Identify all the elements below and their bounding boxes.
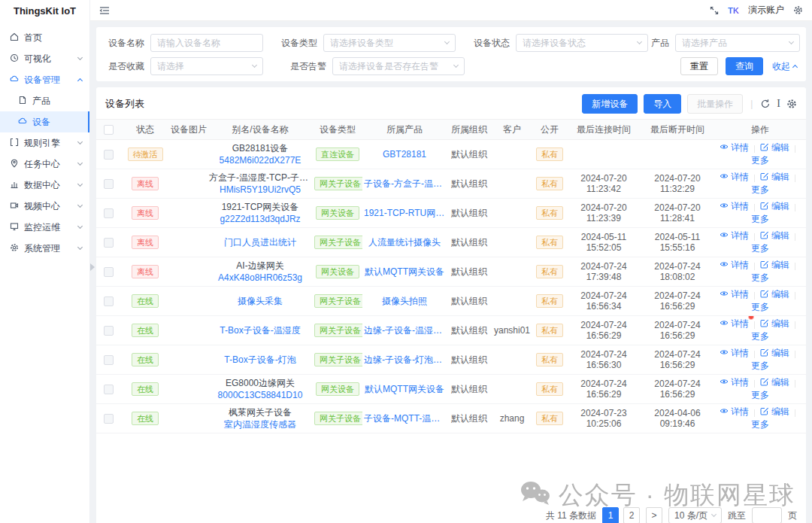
row-height-icon[interactable]: I	[777, 98, 780, 110]
product-link[interactable]: 1921-TCP-RTU网关产品	[364, 207, 445, 220]
product-link[interactable]: 边缘-子设备-灯泡产品	[364, 354, 445, 366]
next-page-button[interactable]: >	[646, 507, 662, 523]
edit-button[interactable]: 编辑	[760, 141, 789, 154]
more-button[interactable]: 更多	[751, 242, 769, 255]
settings-gear-icon[interactable]	[793, 5, 803, 15]
more-button[interactable]: 更多	[751, 301, 769, 314]
refresh-icon[interactable]	[760, 99, 771, 109]
device-name-link[interactable]: HMisR5Y19Ui2rvQ5	[209, 184, 311, 196]
device-state-select[interactable]: 请选择设备状态	[516, 34, 648, 52]
product-link[interactable]: 子设备-MQTT-温湿度	[364, 412, 445, 425]
row-checkbox[interactable]	[104, 179, 114, 189]
edit-button[interactable]: 编辑	[760, 288, 789, 301]
edit-button[interactable]: 编辑	[760, 200, 789, 213]
sidebar-item-task-center[interactable]: 任务中心	[0, 154, 89, 175]
detail-button[interactable]: 详情	[720, 288, 749, 301]
row-checkbox[interactable]	[104, 326, 114, 336]
more-button[interactable]: 更多	[751, 184, 769, 196]
edit-button[interactable]: 编辑	[760, 259, 789, 272]
device-name-link[interactable]: T-Box子设备-温湿度	[209, 324, 311, 336]
sidebar-item-data-center[interactable]: 数据中心	[0, 175, 89, 196]
sidebar-item-product[interactable]: 产品	[0, 90, 89, 111]
product-link[interactable]: 边缘-子设备-温湿度产品	[364, 324, 445, 337]
page-button[interactable]: 2	[623, 507, 640, 523]
row-checkbox[interactable]	[104, 385, 114, 394]
row-checkbox[interactable]	[104, 414, 114, 424]
favorite-select[interactable]: 请选择	[150, 57, 263, 75]
account-name[interactable]: 演示账户	[748, 4, 784, 17]
device-type-select[interactable]: 请选择设备类型	[323, 34, 456, 52]
sidebar-item-home[interactable]: 首页	[0, 27, 89, 48]
select-all-checkbox[interactable]	[104, 125, 114, 135]
row-checkbox[interactable]	[104, 150, 114, 160]
sidebar-item-video-center[interactable]: 视频中心	[0, 196, 89, 217]
add-device-button[interactable]: 新增设备	[582, 94, 638, 114]
product-link[interactable]: 默认MQTT网关设备	[364, 266, 445, 278]
sidebar-item-visualization[interactable]: 可视化	[0, 48, 89, 69]
row-checkbox[interactable]	[104, 355, 114, 365]
reset-button[interactable]: 重置	[680, 57, 718, 75]
product-link[interactable]: 人流量统计摄像头	[364, 236, 445, 249]
app-title: ThingsKit IoT	[14, 5, 76, 17]
sidebar-item-rule-engine[interactable]: 规则引擎	[0, 132, 89, 154]
fullscreen-icon[interactable]	[710, 6, 719, 15]
detail-button[interactable]: 详情	[720, 141, 749, 154]
edit-button[interactable]: 编辑	[760, 230, 789, 242]
sidebar-item-device[interactable]: 设备	[0, 111, 89, 132]
more-button[interactable]: 更多	[751, 389, 769, 402]
detail-button[interactable]: 详情	[720, 259, 749, 272]
column-settings-gear-icon[interactable]	[786, 99, 797, 109]
detail-button[interactable]: 详情	[720, 200, 749, 213]
device-name-link[interactable]: 门口人员进出统计	[209, 236, 311, 248]
product-link[interactable]: 默认MQTT网关设备	[364, 383, 445, 396]
account-avatar[interactable]: TK	[728, 6, 739, 15]
menu-fold-icon[interactable]	[99, 6, 110, 15]
sidebar-collapse-handle[interactable]	[90, 263, 95, 271]
batch-actions-button[interactable]: 批量操作	[687, 94, 743, 114]
detail-button[interactable]: 详情	[720, 230, 749, 242]
more-button[interactable]: 更多	[751, 154, 769, 167]
device-name-link[interactable]: 5482M6i022dX277E	[209, 154, 311, 166]
sidebar-item-system-management[interactable]: 系统管理	[0, 238, 89, 259]
more-button[interactable]: 更多	[751, 360, 769, 372]
device-name-link[interactable]: 8000C13C58841D10	[209, 389, 311, 401]
more-button[interactable]: 更多	[751, 272, 769, 284]
row-checkbox[interactable]	[104, 296, 114, 306]
detail-button[interactable]: 详情	[720, 406, 749, 418]
more-button[interactable]: 更多	[751, 418, 769, 431]
edit-button[interactable]: 编辑	[760, 347, 789, 360]
row-checkbox[interactable]	[104, 208, 114, 218]
device-name-link[interactable]: T-Box子设备-灯泡	[209, 354, 311, 366]
more-button[interactable]: 更多	[751, 330, 769, 343]
device-name-link[interactable]: 摄像头采集	[209, 295, 311, 307]
detail-button[interactable]: 详情	[720, 171, 749, 184]
row-checkbox[interactable]	[104, 267, 114, 277]
alarm-select[interactable]: 请选择设备是否存在告警	[332, 57, 465, 75]
more-button[interactable]: 更多	[751, 213, 769, 226]
device-name-link[interactable]: 室内温湿度传感器	[209, 418, 311, 430]
sidebar-item-monitor-ops[interactable]: 监控运维	[0, 217, 89, 238]
device-name-input[interactable]	[150, 34, 263, 52]
row-checkbox[interactable]	[104, 238, 114, 248]
detail-button[interactable]: 详情	[720, 318, 749, 330]
device-name-link[interactable]: A4xK48o8HR06z53g	[209, 272, 311, 284]
edit-button[interactable]: 编辑	[760, 406, 789, 418]
device-name-link[interactable]: g22Z2d113d3qdJRz	[209, 213, 311, 225]
import-button[interactable]: 导入	[644, 94, 681, 114]
edit-button[interactable]: 编辑	[760, 171, 789, 184]
product-select[interactable]: 请选择产品	[675, 34, 800, 52]
detail-button[interactable]: 详情	[720, 347, 749, 360]
edit-button[interactable]: 编辑	[760, 376, 789, 389]
product-link[interactable]: 子设备-方盒子-温湿度-192	[364, 178, 445, 190]
product-link[interactable]: 摄像头拍照	[364, 295, 445, 308]
action-divider	[754, 321, 755, 329]
product-link[interactable]: GBT28181	[364, 149, 445, 160]
detail-button[interactable]: 详情	[720, 376, 749, 389]
sidebar-item-device-management[interactable]: 设备管理	[0, 69, 89, 90]
jump-page-input[interactable]	[752, 507, 782, 523]
search-button[interactable]: 查询	[726, 57, 763, 75]
edit-button[interactable]: 编辑	[760, 318, 789, 330]
collapse-filters-button[interactable]: 收起	[772, 60, 797, 73]
page-button[interactable]: 1	[602, 507, 619, 523]
page-size-select[interactable]: 10 条/页	[668, 507, 722, 523]
